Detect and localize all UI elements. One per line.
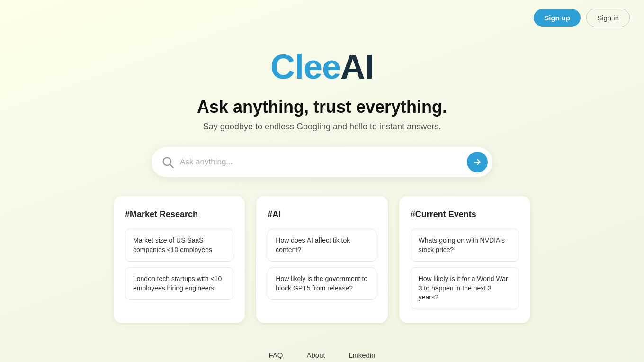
card-title-market-research: #Market Research (125, 209, 233, 219)
search-icon (161, 155, 174, 169)
card-ai: #AIHow does AI affect tik tok content?Ho… (256, 196, 387, 323)
logo: CleeAI (270, 50, 374, 84)
footer-link-faq[interactable]: FAQ (268, 351, 283, 359)
main-content: CleeAI Ask anything, trust everything. S… (0, 36, 644, 342)
hero-subtitle: Say goodbye to endless Googling and hell… (203, 122, 441, 132)
footer-link-about[interactable]: About (306, 351, 325, 359)
logo-ai: AI (340, 48, 374, 86)
hero-title: Ask anything, trust everything. (197, 97, 447, 117)
footer-link-linkedin[interactable]: Linkedin (349, 351, 376, 359)
cards-section: #Market ResearchMarket size of US SaaS c… (114, 196, 530, 323)
card-item-ai-1[interactable]: How likely is the government to block GP… (268, 267, 376, 300)
card-current-events: #Current EventsWhats going on with NVDIA… (399, 196, 530, 323)
card-title-current-events: #Current Events (411, 209, 519, 219)
card-item-ai-0[interactable]: How does AI affect tik tok content? (268, 229, 376, 262)
logo-clee: Clee (270, 48, 340, 86)
svg-line-1 (170, 164, 173, 167)
card-item-current-events-0[interactable]: Whats going on with NVDIA's stock price? (411, 229, 519, 262)
card-item-current-events-1[interactable]: How likely is it for a World War 3 to ha… (411, 267, 519, 309)
signup-button[interactable]: Sign up (534, 9, 581, 27)
search-bar (152, 147, 492, 177)
card-market-research: #Market ResearchMarket size of US SaaS c… (114, 196, 245, 323)
footer: FAQAboutLinkedin (268, 342, 375, 362)
header: Sign up Sign in (0, 0, 644, 36)
card-item-market-research-1[interactable]: London tech startups with <10 employees … (125, 267, 233, 300)
signin-button[interactable]: Sign in (586, 9, 630, 27)
arrow-right-icon (473, 157, 482, 167)
card-title-ai: #AI (268, 209, 376, 219)
search-submit-button[interactable] (467, 152, 488, 172)
card-item-market-research-0[interactable]: Market size of US SaaS companies <10 emp… (125, 229, 233, 262)
search-input[interactable] (180, 157, 467, 167)
